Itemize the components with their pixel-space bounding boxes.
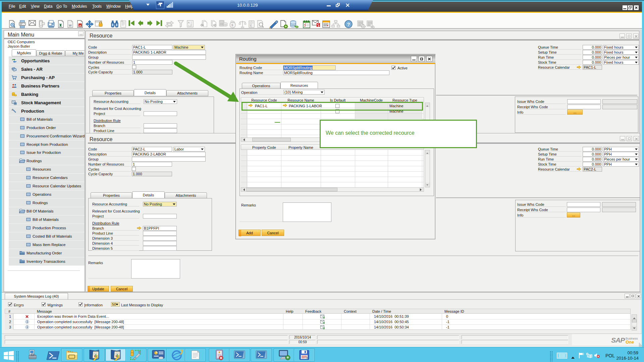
svg-text:$: $	[250, 24, 251, 27]
svg-text:A: A	[188, 21, 190, 24]
svg-text:A: A	[79, 24, 81, 27]
svg-text:W: W	[69, 24, 72, 27]
svg-text:64: 64	[306, 357, 308, 359]
svg-text:$: $	[231, 23, 233, 27]
svg-text:?: ?	[347, 21, 350, 27]
